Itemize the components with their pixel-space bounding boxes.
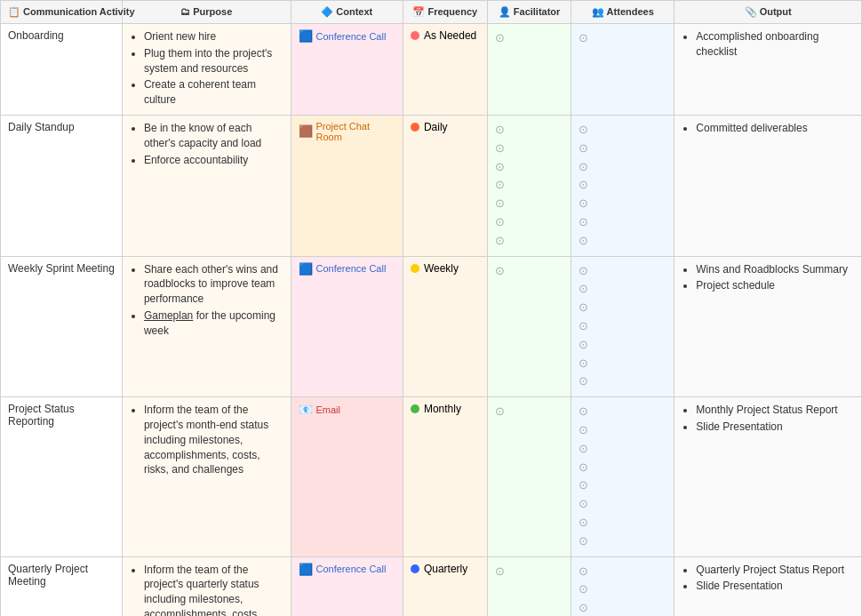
attendees-icon: 👥 xyxy=(592,6,604,17)
facilitator-cell: ⊙ xyxy=(487,556,571,616)
attendee-icon: ⊙ xyxy=(579,580,666,599)
conference-call-icon: 🟦 xyxy=(299,29,313,43)
output-icon: 📎 xyxy=(745,6,757,17)
person-icon: ⊙ xyxy=(495,176,564,195)
attendee-icon: ⊙ xyxy=(579,403,666,421)
attendee-icon: ⊙ xyxy=(579,232,666,251)
chat-room-icon: 🟫 xyxy=(299,124,313,138)
attendees-cell: ⊙ ⊙ ⊙ ⊙ ⊙ ⊙ ⊙ ⊙ xyxy=(571,397,674,556)
attendee-icon: ⊙ xyxy=(579,280,666,299)
person-icon: ⊙ xyxy=(495,262,564,281)
purpose-cell: Orient new hire Plug them into the proje… xyxy=(122,24,291,116)
email-icon: 📧 xyxy=(299,403,313,416)
list-item: Committed deliverables xyxy=(696,121,854,136)
attendee-icon: ⊙ xyxy=(579,514,666,532)
list-item: Project schedule xyxy=(696,278,854,293)
list-item: Plug them into the project's system and … xyxy=(144,46,283,76)
list-item: Enforce accountability xyxy=(144,153,283,168)
attendee-icon: ⊙ xyxy=(579,355,666,373)
person-icon: ⊙ xyxy=(495,403,564,421)
purpose-cell: Inform the team of the project's month-e… xyxy=(122,397,291,556)
context-cell: 🟦 Conference Call xyxy=(291,24,403,116)
purpose-icon: 🗂 xyxy=(180,6,190,17)
attendee-icon: ⊙ xyxy=(579,29,666,48)
activity-cell: Project Status Reporting xyxy=(1,397,123,556)
person-icon: ⊙ xyxy=(495,563,564,581)
attendee-icon: ⊙ xyxy=(579,459,666,477)
table-row: Onboarding Orient new hire Plug them int… xyxy=(1,24,862,116)
gameplan-link[interactable]: Gameplan xyxy=(144,309,193,322)
attendee-icon: ⊙ xyxy=(579,599,666,616)
facilitator-cell: ⊙ xyxy=(487,397,571,556)
col-header-activity: 📋 Communication Activity xyxy=(1,1,123,24)
list-item: Accomplished onboarding checklist xyxy=(696,29,854,60)
context-cell: 📧 Email xyxy=(291,397,403,556)
attendee-icon: ⊙ xyxy=(579,372,666,391)
list-item: Wins and Roadblocks Summary xyxy=(696,262,854,277)
col-header-context: 🔷 Context xyxy=(291,1,403,24)
attendees-cell: ⊙ ⊙ ⊙ ⊙ ⊙ ⊙ ⊙ xyxy=(571,115,674,256)
list-item: Slide Presentation xyxy=(696,420,854,435)
purpose-cell: Inform the team of the project's quarter… xyxy=(122,556,291,616)
person-icon: ⊙ xyxy=(495,232,564,251)
context-badge: 📧 Email xyxy=(299,403,341,416)
person-icon: ⊙ xyxy=(495,29,564,48)
freq-badge: Weekly xyxy=(411,262,459,275)
output-cell: Quarterly Project Status Report Slide Pr… xyxy=(674,556,862,616)
freq-dot xyxy=(411,564,419,573)
attendee-icon: ⊙ xyxy=(579,213,666,232)
list-item: Share each other's wins and roadblocks t… xyxy=(144,262,283,307)
frequency-cell: Weekly xyxy=(403,256,487,397)
col-header-attendees: 👥 Attendees xyxy=(571,1,674,24)
frequency-cell: Quarterly xyxy=(403,556,487,616)
attendee-icon: ⊙ xyxy=(579,195,666,213)
table-row: Project Status Reporting Inform the team… xyxy=(1,397,862,556)
context-badge: 🟦 Conference Call xyxy=(299,29,387,43)
attendee-icon: ⊙ xyxy=(579,440,666,459)
attendees-cell: ⊙ xyxy=(571,24,674,116)
attendees-cell: ⊙ ⊙ ⊙ ⊙ ⊙ ⊙ ⊙ xyxy=(571,256,674,397)
col-header-facilitator: 👤 Facilitator xyxy=(487,1,571,24)
list-item: Monthly Project Status Report xyxy=(696,403,854,418)
attendee-icon: ⊙ xyxy=(579,121,666,140)
frequency-cell: Daily xyxy=(403,115,487,256)
conference-call-icon: 🟦 xyxy=(299,563,313,576)
context-cell: 🟦 Conference Call xyxy=(291,256,403,397)
person-icon: ⊙ xyxy=(495,140,564,158)
person-icon: ⊙ xyxy=(495,213,564,232)
freq-dot xyxy=(411,31,419,40)
output-cell: Wins and Roadblocks Summary Project sche… xyxy=(674,256,862,397)
freq-dot xyxy=(411,123,419,132)
freq-badge: As Needed xyxy=(411,29,476,42)
list-item: Inform the team of the project's month-e… xyxy=(144,403,283,477)
attendee-icon: ⊙ xyxy=(579,262,666,281)
attendee-icon: ⊙ xyxy=(579,158,666,177)
activity-cell: Weekly Sprint Meeting xyxy=(1,256,123,397)
attendee-icon: ⊙ xyxy=(579,495,666,514)
context-badge: 🟫 Project Chat Room xyxy=(299,121,395,142)
freq-badge: Daily xyxy=(411,121,448,133)
activity-cell: Daily Standup xyxy=(1,115,123,256)
context-badge: 🟦 Conference Call xyxy=(299,262,387,276)
list-item: Slide Presentation xyxy=(696,579,854,594)
activity-cell: Onboarding xyxy=(1,24,123,116)
person-icon: ⊙ xyxy=(495,195,564,213)
activity-cell: Quarterly Project Meeting xyxy=(1,556,123,616)
facilitator-icon: 👤 xyxy=(499,6,511,17)
attendee-icon: ⊙ xyxy=(579,140,666,158)
list-item: Orient new hire xyxy=(144,29,283,44)
output-cell: Committed deliverables xyxy=(674,115,862,256)
frequency-icon: 📅 xyxy=(412,6,425,17)
facilitator-cell: ⊙ xyxy=(487,256,571,397)
purpose-cell: Be in the know of each other's capacity … xyxy=(122,115,291,256)
table-row: Quarterly Project Meeting Inform the tea… xyxy=(1,556,862,616)
list-item: Gameplan for the upcoming week xyxy=(144,308,283,339)
freq-dot xyxy=(411,264,419,273)
attendee-icon: ⊙ xyxy=(579,317,666,336)
freq-dot xyxy=(411,404,419,413)
context-icon: 🔷 xyxy=(321,6,333,17)
frequency-cell: Monthly xyxy=(403,397,487,556)
output-cell: Accomplished onboarding checklist xyxy=(674,24,862,116)
col-header-frequency: 📅 Frequency xyxy=(403,1,487,24)
frequency-cell: As Needed xyxy=(403,24,487,116)
